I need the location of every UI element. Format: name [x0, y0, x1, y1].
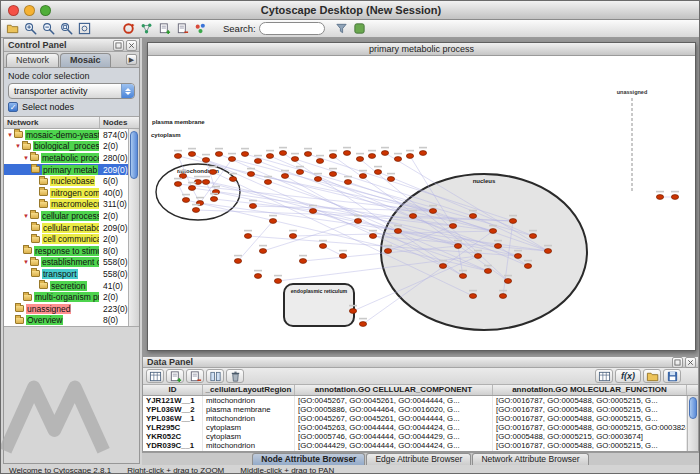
- tree-row[interactable]: nucleobase6(0): [4, 175, 139, 187]
- network-node[interactable]: [509, 219, 516, 224]
- create-attribute-icon[interactable]: [166, 369, 184, 383]
- network-node[interactable]: [209, 170, 216, 175]
- network-node[interactable]: [241, 152, 248, 157]
- network-node[interactable]: [387, 177, 394, 182]
- network-node[interactable]: [356, 157, 363, 162]
- network-node[interactable]: [329, 172, 336, 177]
- refresh-network-icon[interactable]: [120, 21, 137, 36]
- open-session-icon[interactable]: [4, 21, 21, 36]
- network-node[interactable]: [188, 186, 195, 191]
- expander-icon[interactable]: ▼: [23, 213, 29, 219]
- table-row[interactable]: YJR121W__1mitochondrion[GO:0045267, GO:0…: [143, 396, 698, 405]
- network-node[interactable]: [259, 249, 266, 254]
- network-node[interactable]: [281, 174, 288, 179]
- attribute-matrix-icon[interactable]: [595, 369, 613, 383]
- network-node[interactable]: [291, 157, 298, 162]
- attribute-columns-icon[interactable]: [206, 369, 224, 383]
- tree-row[interactable]: transport558(0): [4, 268, 139, 280]
- tree-column-nodes[interactable]: Nodes: [100, 117, 139, 128]
- network-node[interactable]: [269, 219, 276, 224]
- network-node[interactable]: [439, 264, 446, 269]
- select-all-attributes-icon[interactable]: [146, 369, 164, 383]
- column-header[interactable]: ID: [143, 385, 203, 395]
- network-node[interactable]: [504, 279, 511, 284]
- network-node[interactable]: [319, 244, 326, 249]
- network-node[interactable]: [514, 254, 521, 259]
- tree-row[interactable]: nitrogen compo40(0): [4, 187, 139, 199]
- plugins-icon[interactable]: [351, 21, 368, 36]
- network-node[interactable]: [369, 234, 376, 239]
- network-node[interactable]: [656, 195, 663, 200]
- column-header[interactable]: annotation.GO MOLECULAR_FUNCTION: [493, 385, 687, 395]
- network-node[interactable]: [454, 244, 461, 249]
- network-node[interactable]: [244, 234, 251, 239]
- zoom-selected-icon[interactable]: [58, 21, 75, 36]
- scrollbar-thumb[interactable]: [689, 397, 697, 419]
- tree-row[interactable]: ▼metabolic process280(0): [4, 152, 139, 164]
- network-node[interactable]: [419, 151, 426, 156]
- network-node[interactable]: [359, 322, 366, 327]
- table-row[interactable]: YKR052Ccytoplasm[GO:0005746, GO:0044444,…: [143, 432, 698, 441]
- create-view-icon[interactable]: [156, 21, 173, 36]
- network-node[interactable]: [202, 158, 209, 163]
- network-node[interactable]: [343, 151, 350, 156]
- tree-row[interactable]: multi-organism pro2(0): [4, 291, 139, 303]
- trash-icon[interactable]: [226, 369, 244, 383]
- network-node[interactable]: [544, 249, 551, 254]
- expander-icon[interactable]: ▼: [15, 143, 21, 149]
- tree-row[interactable]: primary metab209(0): [4, 164, 139, 176]
- vizmapper-icon[interactable]: [192, 21, 209, 36]
- table-row[interactable]: YPL036W__1mitochondrion[GO:0045267, GO:0…: [143, 414, 698, 423]
- function-builder-button[interactable]: f(x): [615, 369, 641, 383]
- network-node[interactable]: [489, 229, 496, 234]
- float-panel-icon[interactable]: [113, 40, 124, 51]
- delete-attribute-icon[interactable]: [186, 369, 204, 383]
- network-node[interactable]: [344, 180, 351, 185]
- table-row[interactable]: YLR295Ccytoplasm[GO:0045263, GO:0044444,…: [143, 423, 698, 432]
- network-node[interactable]: [249, 204, 256, 209]
- tab-edge-attribute-browser[interactable]: Edge Attribute Browser: [366, 453, 471, 465]
- tree-row[interactable]: response to stimul8(0): [4, 245, 139, 257]
- network-canvas-svg[interactable]: mitochondrionnucleusendoplasmic reticulu…: [148, 56, 695, 350]
- float-panel-icon[interactable]: [672, 357, 683, 368]
- network-node[interactable]: [359, 174, 366, 179]
- network-node[interactable]: [304, 152, 311, 157]
- tab-mosaic[interactable]: Mosaic: [60, 53, 111, 67]
- zoom-fit-icon[interactable]: [76, 21, 93, 36]
- network-edge[interactable]: [263, 221, 358, 251]
- save-attributes-icon[interactable]: [663, 369, 681, 383]
- search-input[interactable]: [259, 22, 325, 35]
- network-node[interactable]: [229, 177, 236, 182]
- network-node[interactable]: [329, 154, 336, 159]
- tree-row[interactable]: macromolecule311(0): [4, 199, 139, 211]
- tree-row[interactable]: secretion41(0): [4, 280, 139, 292]
- control-panel-header[interactable]: Control Panel: [4, 39, 139, 52]
- network-node[interactable]: [314, 177, 321, 182]
- select-nodes-checkbox[interactable]: ✓: [8, 102, 18, 112]
- network-node[interactable]: [394, 229, 401, 234]
- expander-icon[interactable]: ▼: [7, 132, 13, 138]
- destroy-view-icon[interactable]: [174, 21, 191, 36]
- first-neighbors-icon[interactable]: [138, 21, 155, 36]
- tab-node-attribute-browser[interactable]: Node Attribute Browser: [252, 453, 365, 465]
- network-node[interactable]: [406, 154, 413, 159]
- expander-icon[interactable]: ▼: [23, 259, 29, 265]
- network-node[interactable]: [174, 154, 181, 159]
- network-node[interactable]: [381, 151, 388, 156]
- column-header[interactable]: _cellularLayoutRegion: [203, 385, 295, 395]
- tree-row[interactable]: unassigned223(0): [4, 303, 139, 315]
- filter-icon[interactable]: [333, 21, 350, 36]
- tree-row[interactable]: ▼cellular process2(0): [4, 210, 139, 222]
- network-node[interactable]: [469, 294, 476, 299]
- network-node[interactable]: [474, 254, 481, 259]
- import-attributes-icon[interactable]: [643, 369, 661, 383]
- network-node[interactable]: [210, 197, 217, 202]
- network-node[interactable]: [459, 274, 466, 279]
- expander-icon[interactable]: ▼: [23, 155, 29, 161]
- tab-network[interactable]: Network: [6, 53, 59, 67]
- network-node[interactable]: [192, 208, 199, 213]
- network-node[interactable]: [309, 209, 316, 214]
- tree-row[interactable]: cellular metabo209(0): [4, 222, 139, 234]
- network-node[interactable]: [449, 224, 456, 229]
- network-node[interactable]: [394, 157, 401, 162]
